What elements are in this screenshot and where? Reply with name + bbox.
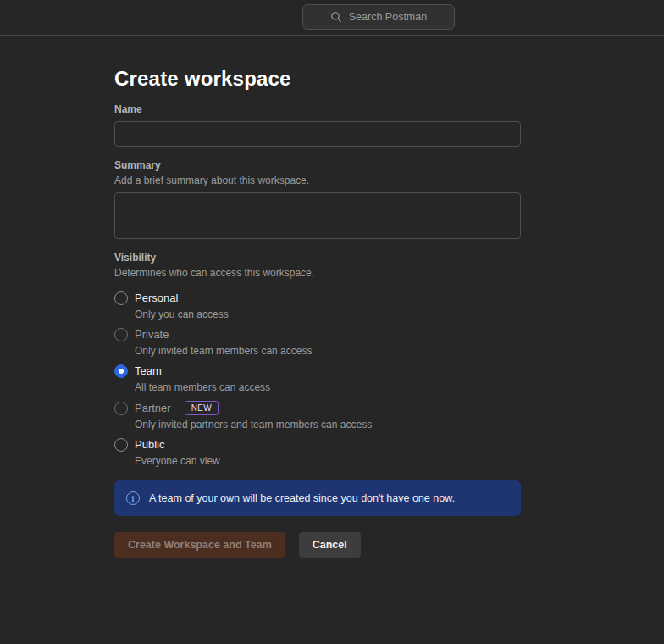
banner-text: A team of your own will be created since… <box>149 492 455 504</box>
search-input[interactable]: Search Postman <box>302 4 455 30</box>
radio-option-label: Personal <box>135 291 178 305</box>
radio-option-label: Private <box>135 328 169 341</box>
radio-option-row[interactable]: Team <box>114 364 521 378</box>
summary-input[interactable] <box>114 192 521 239</box>
search-icon <box>330 11 342 23</box>
page-title: Create workspace <box>114 66 521 91</box>
cancel-button[interactable]: Cancel <box>299 532 361 558</box>
visibility-option-personal[interactable]: Personal Only you can access <box>114 291 521 320</box>
visibility-option-private[interactable]: Private Only invited team members can ac… <box>114 328 521 357</box>
radio-option-description: Only invited team members can access <box>135 345 521 357</box>
new-badge: NEW <box>185 401 219 415</box>
visibility-option-partner[interactable]: Partner NEW Only invited partners and te… <box>114 401 521 430</box>
radio-option-description: All team members can access <box>135 381 521 393</box>
main-content: Create workspace Name Summary Add a brie… <box>0 66 521 558</box>
info-icon: i <box>126 491 140 505</box>
radio-icon[interactable] <box>114 438 128 452</box>
visibility-description: Determines who can access this workspace… <box>114 267 521 280</box>
radio-option-description: Everyone can view <box>135 455 521 467</box>
radio-option-row[interactable]: Public <box>114 438 521 452</box>
summary-description: Add a brief summary about this workspace… <box>114 175 521 187</box>
radio-option-label: Partner <box>135 402 171 415</box>
radio-option-row[interactable]: Personal <box>114 291 521 305</box>
name-input[interactable] <box>114 121 521 147</box>
radio-option-description: Only you can access <box>135 308 521 320</box>
radio-icon[interactable] <box>114 291 128 305</box>
radio-option-label: Team <box>135 364 162 378</box>
radio-icon[interactable] <box>114 364 128 378</box>
action-buttons: Create Workspace and Team Cancel <box>114 532 521 558</box>
top-bar: Search Postman <box>0 0 664 36</box>
radio-icon[interactable] <box>114 402 128 415</box>
visibility-options: Personal Only you can access Private Onl… <box>114 291 521 467</box>
name-label: Name <box>114 103 521 116</box>
search-placeholder: Search Postman <box>349 11 427 23</box>
create-workspace-and-team-button[interactable]: Create Workspace and Team <box>114 532 285 558</box>
radio-option-row[interactable]: Partner NEW <box>114 401 521 415</box>
radio-option-description: Only invited partners and team members c… <box>135 419 521 430</box>
radio-icon[interactable] <box>114 328 128 341</box>
visibility-option-public[interactable]: Public Everyone can view <box>114 438 521 467</box>
summary-label: Summary <box>114 159 521 172</box>
radio-option-row[interactable]: Private <box>114 328 521 341</box>
visibility-option-team[interactable]: Team All team members can access <box>114 364 521 393</box>
radio-option-label: Public <box>135 438 164 452</box>
info-banner: i A team of your own will be created sin… <box>114 480 521 516</box>
create-workspace-page: Search Postman Create workspace Name Sum… <box>0 0 664 644</box>
visibility-label: Visibility <box>114 252 521 264</box>
